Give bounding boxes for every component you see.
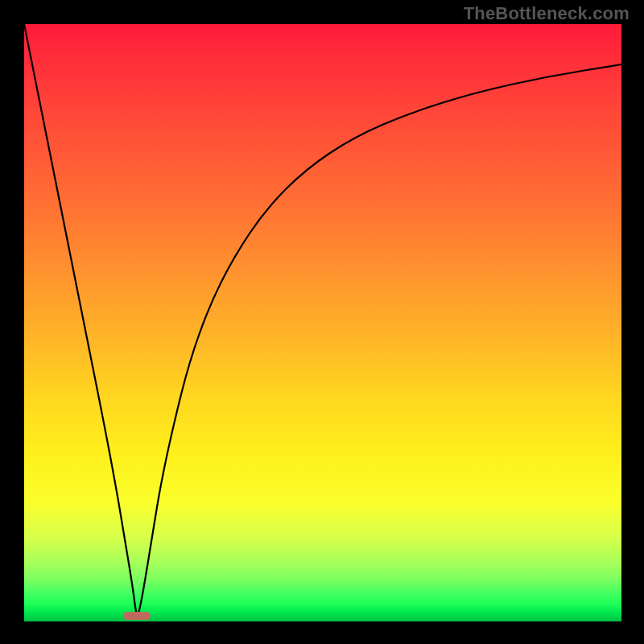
optimal-marker [123, 612, 151, 620]
bottleneck-curve [24, 24, 621, 621]
curve-line [24, 24, 621, 614]
watermark-text: TheBottleneck.com [464, 3, 630, 24]
plot-area [24, 24, 621, 621]
chart-frame: TheBottleneck.com [0, 0, 644, 644]
